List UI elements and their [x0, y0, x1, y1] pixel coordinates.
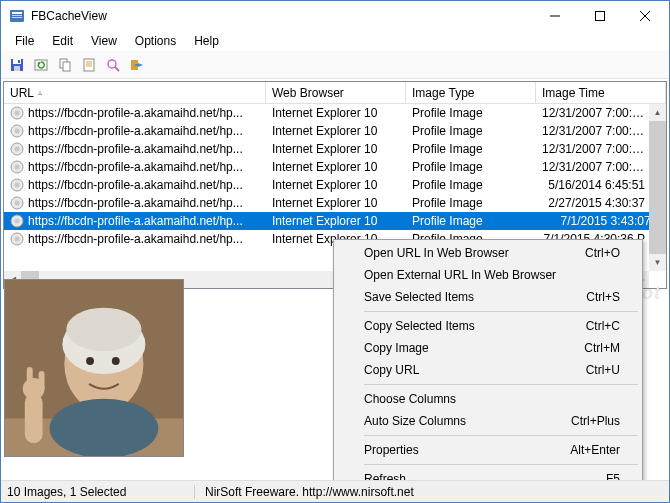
menu-options[interactable]: Options [127, 32, 184, 50]
ctx-open-external-url[interactable]: Open External URL In Web Browser [336, 264, 640, 286]
svg-point-48 [50, 399, 159, 456]
copy-icon[interactable] [55, 55, 75, 75]
svg-point-45 [66, 308, 141, 352]
svg-point-38 [15, 219, 20, 224]
cell-url: https://fbcdn-profile-a.akamaihd.net/hp.… [4, 214, 266, 228]
table-row[interactable]: https://fbcdn-profile-a.akamaihd.net/hp.… [4, 122, 666, 140]
menu-help[interactable]: Help [186, 32, 227, 50]
ctx-open-url[interactable]: Open URL In Web BrowserCtrl+O [336, 242, 640, 264]
table-row[interactable]: https://fbcdn-profile-a.akamaihd.net/hp.… [4, 158, 666, 176]
menubar: File Edit View Options Help [1, 31, 669, 51]
ctx-copy-url[interactable]: Copy URLCtrl+U [336, 359, 640, 381]
preview-pane [4, 279, 184, 457]
close-button[interactable] [622, 2, 667, 30]
menu-file[interactable]: File [7, 32, 42, 50]
cell-time: 5/16/2014 6:45:51 [536, 178, 666, 192]
cell-type: Profile Image [406, 106, 536, 120]
column-headers: URL▵ Web Browser Image Type Image Time [4, 82, 666, 104]
table-row[interactable]: https://fbcdn-profile-a.akamaihd.net/hp.… [4, 212, 666, 230]
cell-url: https://fbcdn-profile-a.akamaihd.net/hp.… [4, 124, 266, 138]
ctx-separator [364, 384, 638, 385]
scrollbar-vertical[interactable]: ▲ ▼ [649, 104, 666, 271]
column-time[interactable]: Image Time [536, 82, 666, 103]
svg-point-47 [112, 357, 120, 365]
cell-url: https://fbcdn-profile-a.akamaihd.net/hp.… [4, 142, 266, 156]
svg-point-26 [15, 111, 20, 116]
ctx-separator [364, 435, 638, 436]
properties-icon[interactable] [79, 55, 99, 75]
cell-type: Profile Image [406, 124, 536, 138]
svg-rect-11 [18, 60, 20, 63]
preview-image [5, 280, 183, 456]
status-bar: 10 Images, 1 Selected NirSoft Freeware. … [1, 480, 669, 502]
cell-url: https://fbcdn-profile-a.akamaihd.net/hp.… [4, 178, 266, 192]
find-icon[interactable] [103, 55, 123, 75]
cell-browser: Internet Explorer 10 [266, 106, 406, 120]
svg-rect-52 [39, 371, 45, 391]
cell-browser: Internet Explorer 10 [266, 196, 406, 210]
refresh-icon[interactable] [31, 55, 51, 75]
exit-icon[interactable] [127, 55, 147, 75]
save-icon[interactable] [7, 55, 27, 75]
cell-browser: Internet Explorer 10 [266, 160, 406, 174]
cell-browser: Internet Explorer 10 [266, 178, 406, 192]
cell-time: 12/31/2007 7:00:00 [536, 124, 666, 138]
cell-time: 12/31/2007 7:00:00 [536, 160, 666, 174]
svg-point-34 [15, 183, 20, 188]
context-menu: Open URL In Web BrowserCtrl+O Open Exter… [333, 239, 643, 493]
minimize-button[interactable] [532, 2, 577, 30]
cell-browser: Internet Explorer 10 [266, 142, 406, 156]
window-title: FBCacheView [31, 9, 532, 23]
table-row[interactable]: https://fbcdn-profile-a.akamaihd.net/hp.… [4, 176, 666, 194]
status-count: 10 Images, 1 Selected [5, 485, 195, 499]
menu-edit[interactable]: Edit [44, 32, 81, 50]
cell-url: https://fbcdn-profile-a.akamaihd.net/hp.… [4, 232, 266, 246]
column-type[interactable]: Image Type [406, 82, 536, 103]
menu-view[interactable]: View [83, 32, 125, 50]
cell-time: 12/31/2007 7:00:00 [536, 106, 666, 120]
table-row[interactable]: https://fbcdn-profile-a.akamaihd.net/hp.… [4, 194, 666, 212]
ctx-auto-size-columns[interactable]: Auto Size ColumnsCtrl+Plus [336, 410, 640, 432]
column-url[interactable]: URL▵ [4, 82, 266, 103]
ctx-save-selected[interactable]: Save Selected ItemsCtrl+S [336, 286, 640, 308]
svg-rect-10 [14, 66, 20, 71]
cell-type: Profile Image [406, 160, 536, 174]
toolbar [1, 51, 669, 79]
svg-point-36 [15, 201, 20, 206]
cell-url: https://fbcdn-profile-a.akamaihd.net/hp.… [4, 160, 266, 174]
svg-rect-51 [27, 367, 33, 391]
svg-point-32 [15, 165, 20, 170]
ctx-properties[interactable]: PropertiesAlt+Enter [336, 439, 640, 461]
column-browser[interactable]: Web Browser [266, 82, 406, 103]
svg-point-46 [86, 357, 94, 365]
scroll-thumb-v[interactable] [649, 121, 666, 254]
ctx-separator [364, 464, 638, 465]
titlebar[interactable]: FBCacheView [1, 1, 669, 31]
ctx-copy-image[interactable]: Copy ImageCtrl+M [336, 337, 640, 359]
cell-time: 2/27/2015 4:30:37 [536, 196, 666, 210]
svg-rect-49 [25, 394, 43, 443]
ctx-copy-selected[interactable]: Copy Selected ItemsCtrl+C [336, 315, 640, 337]
cell-type: Profile Image [406, 178, 536, 192]
cell-browser: Internet Explorer 10 [266, 214, 406, 228]
maximize-button[interactable] [577, 2, 622, 30]
svg-rect-3 [12, 17, 22, 18]
svg-rect-1 [12, 12, 22, 14]
app-icon [9, 8, 25, 24]
svg-rect-2 [12, 15, 22, 16]
cell-type: Profile Image [406, 196, 536, 210]
scroll-up-icon[interactable]: ▲ [649, 104, 666, 121]
cell-browser: Internet Explorer 10 [266, 124, 406, 138]
ctx-choose-columns[interactable]: Choose Columns [336, 388, 640, 410]
svg-point-28 [15, 129, 20, 134]
svg-marker-23 [138, 63, 143, 67]
svg-rect-5 [595, 12, 604, 21]
cell-time: 7/1/2015 3:43:07 P [536, 214, 666, 228]
svg-rect-16 [84, 59, 94, 71]
scroll-down-icon[interactable]: ▼ [649, 254, 666, 271]
svg-line-21 [115, 67, 119, 71]
table-row[interactable]: https://fbcdn-profile-a.akamaihd.net/hp.… [4, 104, 666, 122]
table-row[interactable]: https://fbcdn-profile-a.akamaihd.net/hp.… [4, 140, 666, 158]
ctx-separator [364, 311, 638, 312]
sort-indicator-icon: ▵ [38, 88, 42, 97]
